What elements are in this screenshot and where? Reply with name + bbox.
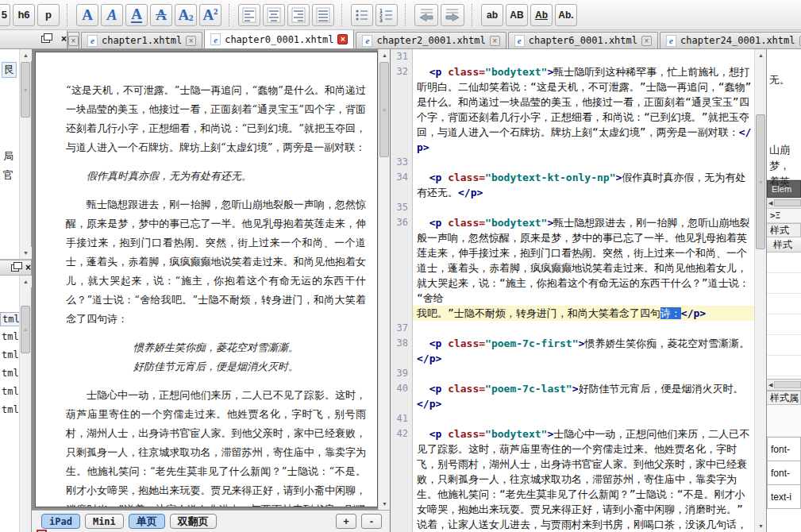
styles-table-row[interactable] (767, 273, 801, 294)
scroll-down-icon[interactable]: ▼ (379, 498, 390, 510)
device-button-Mini[interactable]: Mini (85, 514, 124, 529)
capitalize-button[interactable]: Ab (530, 4, 553, 26)
style-property-row[interactable]: font- (767, 461, 801, 485)
styles-table-row[interactable] (767, 356, 801, 376)
left-top-scrollbar[interactable]: ▲ ≡ ▼ (19, 49, 31, 259)
uppercase-button[interactable]: AB (506, 4, 528, 26)
align-right-button[interactable] (287, 4, 310, 26)
code-line[interactable]: 42 <p class="bodytext">士隐心中一动，正想问他们来历，二人… (391, 426, 754, 532)
code-line-content[interactable] (413, 321, 754, 336)
code-line-content[interactable]: <p class="bodytext">甄士隐想跟进去，刚一抬脚，忽听山崩地裂般… (413, 215, 754, 306)
scroll-thumb[interactable]: ≡ (756, 114, 765, 249)
zoom-in-button[interactable]: + (336, 514, 356, 529)
tab-chapter24_0001.xhtml[interactable]: echapter24_0001.xhtml× (660, 32, 801, 48)
code-line[interactable]: 36 <p class="bodytext">甄士隐想跟进去，刚一抬脚，忽听山崩… (391, 215, 754, 306)
indent-button[interactable] (441, 4, 464, 26)
code-scrollbar[interactable]: ▲ ≡ ▼ (754, 49, 766, 532)
book-browser-file[interactable]: tml (0, 349, 21, 361)
outdent-button[interactable] (414, 4, 438, 26)
code-line-content[interactable] (413, 49, 754, 64)
bullet-list-button[interactable] (351, 4, 373, 26)
code-line-content[interactable] (413, 366, 754, 381)
scroll-left-icon[interactable]: ◀ (768, 382, 772, 388)
book-browser-file[interactable]: tml (0, 367, 21, 380)
dock-float-icon[interactable] (11, 264, 19, 272)
tab-chapter1.xhtml[interactable]: echapter1.xhtml× (81, 32, 202, 48)
book-browser-file[interactable]: tml (0, 403, 21, 416)
propercase-button[interactable]: Ab. (555, 4, 577, 26)
dock-float-icon[interactable] (41, 36, 50, 43)
styles-table-row[interactable] (767, 253, 801, 273)
code-line-content[interactable]: <p class="bodytext">士隐心中一动，正想问他们来历，二人已不见… (413, 426, 754, 532)
left-top-item[interactable]: 官 (2, 168, 15, 183)
device-button-双翻页[interactable]: 双翻页 (170, 514, 217, 529)
scroll-thumb[interactable]: ≡ (21, 306, 30, 353)
scroll-track[interactable] (774, 381, 801, 388)
align-justify-button[interactable] (312, 4, 334, 26)
dock-close-icon[interactable]: × (25, 263, 31, 272)
styles-table-row[interactable] (767, 294, 801, 314)
book-browser-file[interactable]: tml (0, 330, 21, 343)
scroll-track[interactable] (774, 199, 801, 206)
code-line-content[interactable] (413, 155, 754, 170)
styles-table[interactable] (767, 253, 801, 380)
code-line-content[interactable]: 我吧。”士隐不耐烦，转身进门，和尚大笑着念了四句诗：</p> (413, 306, 754, 321)
code-line-content[interactable] (413, 411, 754, 426)
console-prompt-icon[interactable]: >Ξ (767, 209, 801, 223)
code-line[interactable]: 34 <p class="bodytext-kt-only-np">假作真时真亦… (391, 170, 754, 200)
paragraph-button[interactable]: p (37, 4, 60, 26)
code-line[interactable]: 39 (391, 366, 754, 381)
style-properties-list[interactable]: font-font-text-i (767, 437, 801, 532)
code-line[interactable]: 32 <p class="bodytext">甄士隐听到这种稀罕事，忙上前施礼，… (391, 64, 754, 155)
tab-close-icon[interactable]: × (337, 34, 348, 44)
clipped-tab[interactable]: × (67, 32, 79, 48)
tab-close-icon[interactable]: × (68, 36, 79, 46)
code-line-content[interactable]: <p class="poem-7c-first">惯养娇生笑你痴，菱花空对雪澌澌… (413, 336, 754, 366)
style-property-row[interactable]: font- (767, 438, 801, 461)
styles-table-row[interactable] (767, 314, 801, 335)
code-line[interactable]: 41 (391, 411, 754, 426)
zoom-out-button[interactable]: - (361, 514, 382, 529)
scroll-down-icon[interactable]: ▼ (20, 247, 32, 259)
tab-close-icon[interactable]: × (186, 36, 196, 46)
scroll-up-icon[interactable]: ▲ (379, 49, 390, 61)
strikethrough-button[interactable]: A (150, 4, 172, 26)
tab-chapter0_0001.xhtml[interactable]: echapter0_0001.xhtml× (204, 30, 354, 48)
align-left-button[interactable] (238, 4, 260, 26)
code-line-content[interactable]: <p class="poem-7c-last">好防佳节元宵后，便是烟消火灭时。… (413, 381, 754, 411)
tab-chapter2_0001.xhtml[interactable]: echapter2_0001.xhtml× (356, 32, 506, 48)
scroll-up-icon[interactable]: ▲ (20, 276, 32, 287)
code-line[interactable]: 35 (391, 200, 754, 215)
code-line[interactable]: 40 <p class="poem-7c-last">好防佳节元宵后，便是烟消火… (391, 381, 754, 411)
scroll-up-icon[interactable]: ▲ (755, 49, 766, 61)
code-line-content[interactable] (413, 200, 754, 215)
tab-chapter6_0001.xhtml[interactable]: echapter6_0001.xhtml× (508, 32, 658, 48)
italic-button[interactable]: A (101, 4, 123, 26)
tab-close-icon[interactable]: × (641, 36, 652, 46)
bold-button[interactable]: A (76, 4, 98, 26)
heading-5-button[interactable]: 5 (0, 4, 10, 26)
scroll-up-icon[interactable]: ▲ (20, 49, 32, 61)
left-top-item[interactable]: 局 (2, 149, 15, 164)
align-center-button[interactable] (263, 4, 285, 26)
device-button-单页[interactable]: 单页 (129, 514, 165, 529)
tab-close-icon[interactable]: × (490, 36, 500, 46)
code-line[interactable]: 我吧。”士隐不耐烦，转身进门，和尚大笑着念了四句诗：</p> (391, 306, 754, 321)
code-line[interactable]: 31 (391, 49, 754, 64)
code-line-content[interactable]: <p class="bodytext">甄士隐听到这种稀罕事，忙上前施礼，想打听… (413, 64, 754, 155)
scroll-left-icon[interactable]: ◀ (768, 200, 772, 206)
scroll-thumb[interactable]: ≡ (379, 62, 389, 157)
styles-hscrollbar[interactable]: ◀ (767, 380, 801, 391)
lowercase-button[interactable]: ab (481, 4, 503, 26)
scroll-thumb[interactable]: ≡ (21, 62, 30, 118)
numbered-list-button[interactable]: 123 (375, 4, 398, 26)
styles-table-row[interactable] (767, 335, 801, 356)
preview-scrollbar[interactable]: ▲ ≡ ▼ (378, 49, 390, 510)
code-line[interactable]: 38 <p class="poem-7c-first">惯养娇生笑你痴，菱花空对… (391, 336, 754, 366)
mini-preview-hscrollbar[interactable]: ◀ (767, 198, 801, 209)
code-line[interactable]: 37 (391, 321, 754, 336)
code-line-content[interactable]: <p class="bodytext-kt-only-np">假作真时真亦假，无… (413, 170, 754, 200)
styles-column-header[interactable]: 样式 (767, 237, 801, 253)
code-editor[interactable]: 3132 <p class="bodytext">甄士隐听到这种稀罕事，忙上前施… (391, 49, 766, 532)
device-button-iPad[interactable]: iPad (41, 514, 80, 529)
